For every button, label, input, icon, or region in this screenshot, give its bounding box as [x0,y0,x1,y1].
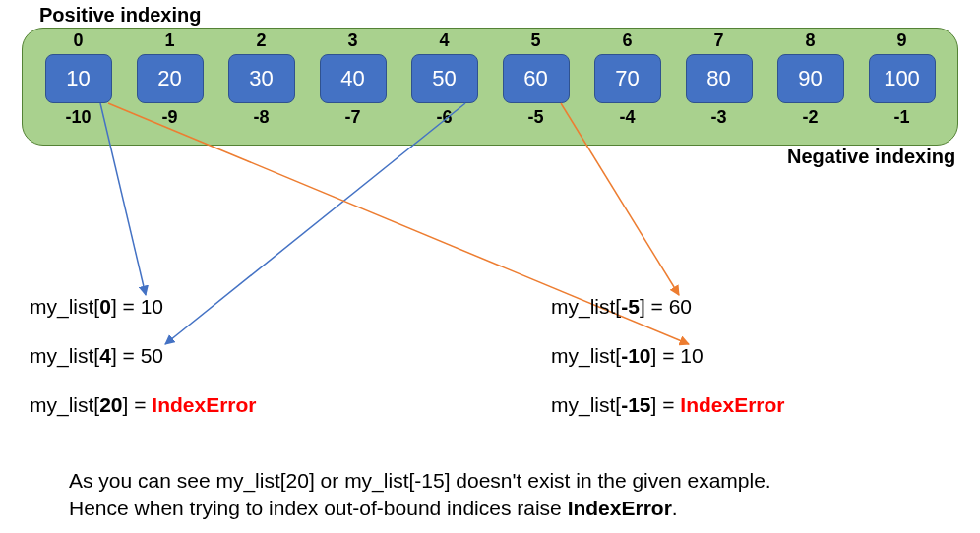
array-value-box: 10 [45,54,112,103]
positive-indexing-title: Positive indexing [39,4,201,27]
negative-indexing-title: Negative indexing [787,146,955,168]
negative-index-label: -10 [65,107,91,128]
array-cell: 7 80 -3 [673,29,765,145]
negative-index-label: -3 [710,107,726,128]
example-positive-4: my_list[4] = 50 [30,344,163,368]
array-value-box: 50 [411,54,478,103]
negative-index-label: -9 [161,107,177,128]
negative-index-label: -6 [436,107,452,128]
negative-index-label: -5 [527,107,543,128]
array-value-box: 100 [869,54,936,103]
negative-index-label: -7 [344,107,360,128]
positive-index-label: 1 [164,30,174,52]
footer-explanation: As you can see my_list[20] or my_list[-1… [69,467,771,523]
positive-index-label: 6 [622,30,632,52]
positive-index-label: 4 [439,30,449,52]
array-value-box: 70 [594,54,661,103]
array-cell: 5 60 -5 [490,29,582,145]
example-positive-20: my_list[20] = IndexError [30,393,257,417]
negative-index-label: -8 [253,107,269,128]
positive-index-label: 0 [73,30,83,52]
negative-index-label: -2 [802,107,818,128]
array-value-box: 90 [777,54,844,103]
positive-index-label: 2 [256,30,266,52]
negative-index-label: -1 [893,107,909,128]
example-negative-15: my_list[-15] = IndexError [551,393,785,417]
array-value-box: 60 [503,54,570,103]
example-negative-10: my_list[-10] = 10 [551,344,704,368]
array-cell: 6 70 -4 [582,29,673,145]
array-cell: 2 30 -8 [215,29,307,145]
array-cell: 8 90 -2 [765,29,856,145]
array-value-box: 20 [137,54,204,103]
array-container: 0 10 -10 1 20 -9 2 30 -8 3 40 -7 4 50 -6… [22,28,958,146]
example-negative-5: my_list[-5] = 60 [551,295,692,319]
array-cell: 1 20 -9 [124,29,215,145]
array-value-box: 40 [320,54,387,103]
array-value-box: 80 [686,54,753,103]
positive-index-label: 8 [805,30,815,52]
array-cell: 3 40 -7 [307,29,398,145]
positive-index-label: 7 [713,30,723,52]
array-cell: 9 100 -1 [856,29,948,145]
array-cell: 0 10 -10 [32,29,124,145]
positive-index-label: 3 [347,30,357,52]
array-cell: 4 50 -6 [398,29,490,145]
positive-index-label: 5 [530,30,540,52]
negative-index-label: -4 [619,107,635,128]
example-positive-0: my_list[0] = 10 [30,295,163,319]
array-value-box: 30 [228,54,295,103]
positive-index-label: 9 [896,30,906,52]
